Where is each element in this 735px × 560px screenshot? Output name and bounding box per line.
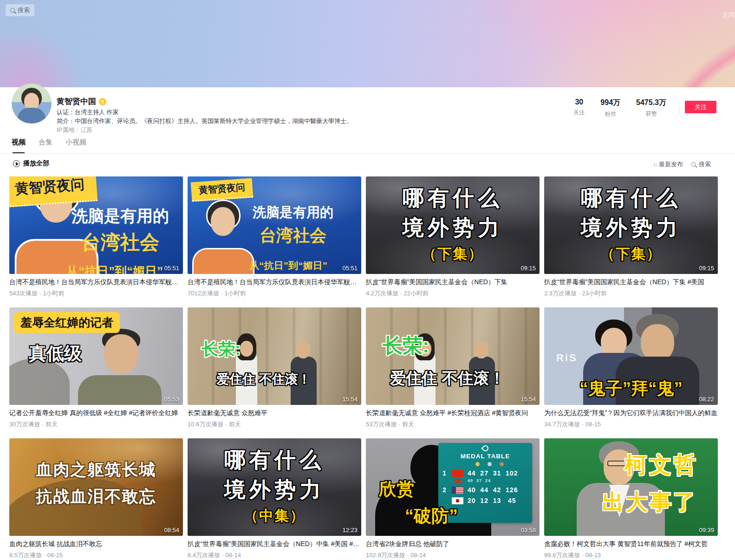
thumb-text: 长荣:	[202, 338, 241, 361]
video-title[interactable]: 扒皮“世界毒瘤”美国国家民主基金会（NED）下集 #美国	[544, 278, 718, 287]
tab-collections[interactable]: 合集	[39, 138, 52, 153]
thumb-text: 抗战血泪不敢忘	[9, 486, 183, 508]
medal-table-title: MEDAL TABLE	[442, 453, 528, 460]
tab-short-videos[interactable]: 小视频	[65, 138, 86, 153]
thumb-text: 爱住住 不住滚！	[390, 368, 505, 389]
video-thumbnail[interactable]: 哪有什么 境外势力 （下集） 09:15	[544, 176, 718, 274]
video-thumbnail[interactable]: 柯文哲 出大事了 09:39	[544, 438, 718, 536]
video-title[interactable]: 记者公开羞辱全红婵 真的很低级 #全红婵 #记者评价全红婵	[9, 409, 183, 417]
video-duration: 05:51	[342, 265, 358, 272]
video-title[interactable]: 台湾省2块金牌归总 他破防了	[366, 540, 540, 548]
medal-row-third: 20 12 13 45	[442, 497, 528, 504]
video-thumbnail[interactable]: 哪有什么 境外势力 （中集） 12:23	[188, 438, 361, 536]
video-card[interactable]: 哪有什么 境外势力 （中集） 12:23 扒皮“世界毒瘤”美国国家民主基金会（N…	[188, 438, 361, 560]
video-meta: 7012次播放 · 1小时前	[188, 289, 361, 298]
play-all-button[interactable]: 播放全部	[13, 159, 49, 168]
tab-bar: 视频 合集 小视频	[0, 138, 735, 154]
video-thumbnail[interactable]: 血肉之躯筑长城 抗战血泪不敢忘 08:54	[9, 438, 183, 536]
accessibility-link[interactable]: 无障碍	[722, 11, 735, 20]
thumb-badge: 黄智贤夜问	[191, 178, 254, 202]
video-card[interactable]: MEDAL TABLE 1 44 27 31 102 4	[366, 438, 540, 560]
video-thumbnail[interactable]: 黄智贤夜问 洗脑是有用的 台湾社会 从“抗日”到“媚日” 05:51	[9, 176, 183, 274]
usa-flag-icon	[452, 487, 463, 494]
video-title[interactable]: 台湾不是殖民地！台当局军方乐仪队竟表演日本侵华军舰进行曲	[188, 278, 361, 287]
video-card[interactable]: 哪有什么 境外势力 （下集） 09:15 扒皮“世界毒瘤”美国国家民主基金会（N…	[366, 176, 540, 298]
video-title[interactable]: 贪腐必败！柯文哲出大事 黄智贤11年前就预告了 #柯文哲	[544, 540, 718, 548]
video-meta: 8.5万次播放 · 08-15	[9, 551, 183, 560]
video-thumbnail[interactable]: 哪有什么 境外势力 （下集） 09:15	[366, 176, 540, 274]
video-meta: 2.3万次播放 · 23小时前	[544, 289, 718, 298]
video-card[interactable]: 血肉之躯筑长城 抗战血泪不敢忘 08:54 血肉之躯筑长城 抗战血泪不敢忘 8.…	[9, 438, 183, 560]
sort-icon: ↑↓	[653, 161, 657, 168]
profile-certification: 认证：台湾主持人 作家	[57, 108, 119, 117]
video-card[interactable]: 长荣: 爱住住 不住滚！ 15:54 长荣道歉毫无诚意 众怒难平 #长荣桂冠酒店…	[366, 307, 540, 429]
video-title[interactable]: 扒皮“世界毒瘤”美国国家民主基金会（NED）中集 #美国 #颜革	[188, 540, 361, 548]
video-duration: 09:15	[520, 265, 536, 272]
video-card[interactable]: 黄智贤夜问 洗脑是有用的 台湾社会 从“抗日”到“媚日” 05:51 台湾不是殖…	[9, 176, 183, 298]
video-title[interactable]: 台湾不是殖民地！台当局军方乐仪队竟表演日本侵华军舰进行曲	[9, 278, 183, 287]
video-thumbnail[interactable]: 黄智贤夜问 洗脑是有用的 台湾社会 从“抗日”到“媚日” 05:51	[188, 176, 361, 274]
play-icon	[13, 160, 20, 167]
thumb-text: （下集）	[366, 244, 540, 264]
video-meta: 34.7万次播放 · 08-15	[544, 420, 718, 429]
video-duration: 08:22	[699, 396, 714, 403]
thumb-text: 从“抗日”到“媚日”	[202, 259, 361, 272]
video-meta: 102.9万次播放 · 08-14	[366, 551, 540, 560]
video-search-button[interactable]: 搜索	[691, 160, 711, 169]
video-card[interactable]: 柯文哲 出大事了 09:39 贪腐必败！柯文哲出大事 黄智贤11年前就预告了 #…	[544, 438, 718, 560]
sort-button[interactable]: ↑↓ 最新发布	[653, 160, 683, 169]
video-card[interactable]: 长荣: 爱住住 不住滚！ 15:54 长荣道歉毫无诚意 众怒难平 10.6万次播…	[188, 307, 361, 429]
person-photo	[78, 375, 162, 405]
video-title[interactable]: 长荣道歉毫无诚意 众怒难平 #长荣桂冠酒店 #黄智贤夜问	[366, 409, 540, 417]
flag-icon	[455, 479, 461, 483]
video-duration: 15:54	[520, 396, 536, 403]
stat-followers[interactable]: 994万 粉丝	[600, 98, 620, 118]
video-thumbnail[interactable]: 长荣: 爱住住 不住滚！ 15:54	[366, 307, 540, 405]
video-thumbnail[interactable]: 长荣: 爱住住 不住滚！ 15:54	[188, 307, 361, 405]
person-photo	[240, 341, 253, 357]
medal-header-icons	[442, 462, 528, 466]
sort-label: 最新发布	[659, 160, 683, 169]
search-placeholder: 搜索	[18, 6, 30, 14]
person-photo	[9, 358, 70, 405]
person-photo	[104, 334, 138, 373]
stat-following[interactable]: 30 关注	[573, 98, 585, 118]
video-title[interactable]: 扒皮“世界毒瘤”美国国家民主基金会（NED）下集	[366, 278, 540, 287]
thumb-text: 欣赏	[379, 477, 414, 501]
stat-likes[interactable]: 5475.3万 获赞	[636, 98, 666, 118]
avatar-body	[18, 108, 46, 124]
olympics-logo-icon	[481, 444, 489, 452]
video-card[interactable]: 哪有什么 境外势力 （下集） 09:15 扒皮“世界毒瘤”美国国家民主基金会（N…	[544, 176, 718, 298]
video-title[interactable]: 为什么无法忍受“拜鬼”？因为它们双手沾满我们中国人的鲜血	[544, 409, 718, 417]
thumb-text: 境外势力	[366, 214, 540, 242]
play-all-label: 播放全部	[23, 159, 49, 168]
stat-followers-value: 994万	[600, 98, 620, 108]
video-search-label: 搜索	[699, 160, 711, 169]
video-title[interactable]: 血肉之躯筑长城 抗战血泪不敢忘	[9, 540, 183, 548]
tab-videos[interactable]: 视频	[12, 138, 26, 153]
video-toolbar: 播放全部 ↑↓ 最新发布 搜索	[0, 159, 735, 170]
thumb-text: 洗脑是有用的	[33, 205, 183, 227]
profile-name: 黄智贤中国	[57, 96, 96, 107]
stat-following-value: 30	[573, 98, 585, 106]
video-card[interactable]: 羞辱全红婵的记者 真低级 05:53 记者公开羞辱全红婵 真的很低级 #全红婵 …	[9, 307, 183, 429]
avatar[interactable]	[12, 84, 52, 124]
thumb-text: 境外势力	[544, 214, 718, 242]
video-thumbnail[interactable]: MEDAL TABLE 1 44 27 31 102 4	[366, 438, 540, 536]
gold-medal-icon	[475, 462, 480, 466]
thumb-text: 柯文哲	[575, 450, 718, 480]
stat-following-label: 关注	[573, 109, 585, 117]
video-thumbnail[interactable]: 羞辱全红婵的记者 真低级 05:53	[9, 307, 183, 405]
stat-likes-label: 获赞	[636, 110, 666, 118]
video-thumbnail[interactable]: RiS “鬼子”拜“鬼” 08:22	[544, 307, 718, 405]
profile-stats: 30 关注 994万 粉丝 5475.3万 获赞	[573, 98, 666, 118]
thumb-text: 洗脑是有用的	[206, 203, 361, 222]
video-title[interactable]: 长荣道歉毫无诚意 众怒难平	[188, 409, 361, 417]
follow-button[interactable]: 关注	[685, 101, 716, 113]
video-card[interactable]: 黄智贤夜问 洗脑是有用的 台湾社会 从“抗日”到“媚日” 05:51 台湾不是殖…	[188, 176, 361, 298]
video-card[interactable]: RiS “鬼子”拜“鬼” 08:22 为什么无法忍受“拜鬼”？因为它们双手沾满我…	[544, 307, 718, 429]
thumb-text: “鬼子”拜“鬼”	[544, 377, 718, 400]
thumb-text: （中集）	[188, 506, 361, 526]
video-duration: 05:53	[164, 396, 179, 403]
top-search-box[interactable]: 搜索	[6, 4, 34, 16]
